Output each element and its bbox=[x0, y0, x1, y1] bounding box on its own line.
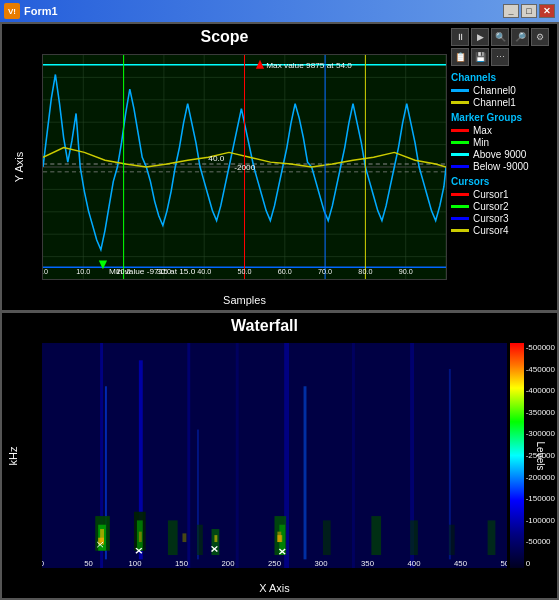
scope-x-axis-label: Samples bbox=[42, 294, 447, 306]
svg-rect-72 bbox=[449, 525, 455, 555]
svg-text:40.0: 40.0 bbox=[197, 268, 211, 275]
svg-rect-80 bbox=[277, 535, 282, 542]
cursor1-color bbox=[451, 193, 469, 196]
marker-max-label: Max bbox=[473, 125, 492, 136]
h-line-2000-label: -2000 bbox=[234, 163, 256, 172]
svg-rect-71 bbox=[410, 520, 418, 555]
waterfall-svg: 0 50 100 150 200 250 300 350 400 450 500… bbox=[42, 343, 507, 568]
cursor4-color bbox=[451, 229, 469, 232]
title-bar: V! Form1 _ □ ✕ bbox=[0, 0, 559, 22]
colorbar-label-2: -400000 bbox=[526, 386, 555, 395]
svg-rect-76 bbox=[182, 533, 186, 542]
settings-button[interactable]: ⚙ bbox=[531, 28, 549, 46]
svg-text:80.0: 80.0 bbox=[358, 268, 372, 275]
legend-cursor2: Cursor2 bbox=[451, 201, 553, 212]
maximize-button[interactable]: □ bbox=[521, 4, 537, 18]
legend-marker-max: Max bbox=[451, 125, 553, 136]
cursor1-label: Cursor1 bbox=[473, 189, 509, 200]
svg-text:60.0: 60.0 bbox=[278, 268, 292, 275]
svg-rect-64 bbox=[168, 520, 178, 555]
svg-text:100: 100 bbox=[129, 560, 142, 568]
colorbar-label-1: -450000 bbox=[526, 365, 555, 374]
max-label: Max value 9875 at 54.0 bbox=[266, 61, 352, 70]
zoom-in-button[interactable]: 🔍 bbox=[491, 28, 509, 46]
svg-rect-69 bbox=[323, 520, 331, 555]
scope-svg: Max value 9875 at 54.0 Min value -9715 a… bbox=[43, 55, 446, 279]
svg-rect-75 bbox=[139, 532, 142, 542]
extra-button[interactable]: ⋯ bbox=[491, 48, 509, 66]
save-button[interactable]: 💾 bbox=[471, 48, 489, 66]
legend-channel1: Channel1 bbox=[451, 97, 553, 108]
cursors-title: Cursors bbox=[451, 176, 553, 187]
marker-below-label: Below -9000 bbox=[473, 161, 529, 172]
colorbar-label-3: -350000 bbox=[526, 408, 555, 417]
svg-text:50: 50 bbox=[84, 560, 93, 568]
marker-below-color bbox=[451, 165, 469, 168]
marker-min-color bbox=[451, 141, 469, 144]
legend-channel0: Channel0 bbox=[451, 85, 553, 96]
marker-min-label: Min bbox=[473, 137, 489, 148]
close-button[interactable]: ✕ bbox=[539, 4, 555, 18]
app-icon: V! bbox=[4, 3, 20, 19]
colorbar-label-9: -50000 bbox=[526, 537, 555, 546]
scope-canvas[interactable]: Max value 9875 at 54.0 Min value -9715 a… bbox=[42, 54, 447, 280]
svg-rect-57 bbox=[352, 343, 355, 568]
scope-y-axis-label: Y Axis bbox=[13, 152, 25, 182]
waterfall-y-axis-label: kHz bbox=[7, 446, 19, 465]
minimize-button[interactable]: _ bbox=[503, 4, 519, 18]
scope-title: Scope bbox=[2, 28, 447, 46]
colorbar-title: Levels bbox=[535, 441, 546, 470]
channel1-color bbox=[451, 101, 469, 104]
colorbar-label-4: -300000 bbox=[526, 429, 555, 438]
marker-above-label: Above 9000 bbox=[473, 149, 526, 160]
svg-text:350: 350 bbox=[361, 560, 374, 568]
svg-rect-54 bbox=[236, 343, 239, 568]
pause-button[interactable]: ⏸ bbox=[451, 28, 469, 46]
scope-chart-area[interactable]: Scope Y Axis bbox=[2, 24, 447, 310]
scope-panel: Scope Y Axis bbox=[0, 22, 559, 312]
colorbar-label-8: -100000 bbox=[526, 516, 555, 525]
svg-text:70.0: 70.0 bbox=[318, 268, 332, 275]
svg-rect-65 bbox=[197, 525, 203, 555]
svg-text:20.0: 20.0 bbox=[117, 268, 131, 275]
svg-text:0.0: 0.0 bbox=[43, 268, 48, 275]
legend-toolbar: ⏸ ▶ 🔍 🔎 ⚙ 📋 💾 ⋯ bbox=[451, 28, 553, 66]
legend-marker-below: Below -9000 bbox=[451, 161, 553, 172]
legend-cursor3: Cursor3 bbox=[451, 213, 553, 224]
cursor4-label: Cursor4 bbox=[473, 225, 509, 236]
svg-text:10.0: 10.0 bbox=[76, 268, 90, 275]
cursor2-label: Cursor2 bbox=[473, 201, 509, 212]
svg-text:500: 500 bbox=[501, 560, 507, 568]
legend-cursor4: Cursor4 bbox=[451, 225, 553, 236]
svg-rect-77 bbox=[214, 535, 217, 542]
copy-button[interactable]: 📋 bbox=[451, 48, 469, 66]
window-controls: _ □ ✕ bbox=[503, 4, 555, 18]
waterfall-x-axis-label: X Axis bbox=[42, 582, 507, 594]
svg-rect-73 bbox=[488, 520, 496, 555]
svg-text:250: 250 bbox=[268, 560, 281, 568]
svg-text:400: 400 bbox=[408, 560, 421, 568]
zoom-out-button[interactable]: 🔎 bbox=[511, 28, 529, 46]
cursor3-label: Cursor3 bbox=[473, 213, 509, 224]
marker-above-color bbox=[451, 153, 469, 156]
svg-text:450: 450 bbox=[454, 560, 467, 568]
marker-max-color bbox=[451, 129, 469, 132]
svg-rect-56 bbox=[304, 386, 307, 559]
window-title: Form1 bbox=[24, 5, 58, 17]
legend-marker-above: Above 9000 bbox=[451, 149, 553, 160]
svg-text:30.0: 30.0 bbox=[157, 268, 171, 275]
cursor3-color bbox=[451, 217, 469, 220]
channel0-color bbox=[451, 89, 469, 92]
svg-text:200: 200 bbox=[222, 560, 235, 568]
colorbar-label-10: 0 bbox=[526, 559, 555, 568]
h-line-40-label: 40.0 bbox=[208, 154, 225, 163]
waterfall-chart-area[interactable]: 0 50 100 150 200 250 300 350 400 450 500… bbox=[42, 343, 507, 568]
colorbar-label-6: -200000 bbox=[526, 473, 555, 482]
legend-panel: ⏸ ▶ 🔍 🔎 ⚙ 📋 💾 ⋯ Channels Channel0 Channe… bbox=[447, 24, 557, 310]
svg-text:150: 150 bbox=[175, 560, 188, 568]
play-button[interactable]: ▶ bbox=[471, 28, 489, 46]
colorbar-container: -500000 -450000 -400000 -350000 -300000 … bbox=[510, 343, 555, 568]
waterfall-title: Waterfall bbox=[2, 317, 527, 335]
svg-rect-70 bbox=[371, 516, 381, 555]
legend-marker-min: Min bbox=[451, 137, 553, 148]
